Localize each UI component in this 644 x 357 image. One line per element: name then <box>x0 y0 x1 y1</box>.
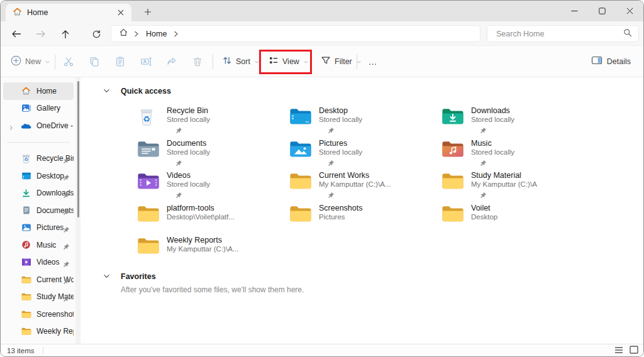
refresh-button[interactable] <box>86 26 106 42</box>
quick-access-header[interactable]: Quick access <box>103 85 171 97</box>
quick-access-item-videos[interactable]: VideosStored locally <box>137 171 283 201</box>
pin-icon <box>63 294 70 305</box>
sidebar-item-study-materi[interactable]: Study Materi <box>3 288 74 306</box>
item-location: My Kamputtar (C:)\A... <box>319 180 391 189</box>
filter-button[interactable]: Filter <box>317 51 365 72</box>
delete-button[interactable] <box>186 51 209 72</box>
folder-icon <box>289 204 312 224</box>
chevron-down-icon[interactable] <box>103 85 110 97</box>
pin-icon <box>63 190 70 201</box>
sort-button[interactable]: Sort <box>218 51 264 72</box>
close-button[interactable] <box>616 1 643 21</box>
copy-button[interactable] <box>83 51 106 72</box>
new-plus-icon <box>11 55 21 69</box>
pin-icon <box>63 155 70 167</box>
recycle-bin-icon: ♻ <box>137 107 160 127</box>
forward-button[interactable] <box>31 26 51 42</box>
quick-access-item-weekly-reports[interactable]: Weekly ReportsMy Kamputtar (C:)\A... <box>137 236 283 266</box>
sidebar-item-pictures[interactable]: Pictures <box>3 219 74 237</box>
large-icons-view-toggle-icon[interactable] <box>630 345 638 356</box>
chevron-right-icon[interactable] <box>8 122 14 133</box>
quick-access-item-desktop[interactable]: DesktopStored locally <box>289 106 435 136</box>
pin-icon <box>175 125 210 132</box>
list-view-toggle-icon[interactable] <box>614 345 623 356</box>
sidebar-item-downloads[interactable]: Downloads <box>3 185 74 202</box>
search-input[interactable] <box>495 29 623 39</box>
paste-button[interactable] <box>109 51 131 72</box>
folder-icon <box>441 204 464 224</box>
item-location: Stored locally <box>167 148 210 157</box>
sidebar-item-current-worl[interactable]: Current Worl <box>3 271 74 288</box>
breadcrumb-home[interactable]: Home <box>145 30 168 38</box>
new-tab-button[interactable] <box>140 5 155 19</box>
sidebar-scrollbar[interactable] <box>75 77 80 345</box>
quick-access-item-screenshots[interactable]: ScreenshotsPictures <box>289 204 435 234</box>
item-location: My Kamputtar (C:)\A... <box>167 245 238 253</box>
item-name: Documents <box>167 139 210 148</box>
new-button[interactable]: New <box>7 51 54 72</box>
quick-access-item-voilet[interactable]: VoiletDesktop <box>441 204 587 234</box>
pin-icon <box>328 158 362 165</box>
documents-icon <box>137 140 160 160</box>
item-location: Stored locally <box>167 116 210 124</box>
sidebar-item-weekly-reports[interactable]: Weekly Reports <box>3 323 74 341</box>
quick-access-item-text: DocumentsStored locally <box>167 139 210 169</box>
sidebar-item-documents[interactable]: Documents <box>3 202 74 219</box>
tab-home[interactable]: Home <box>6 4 131 21</box>
quick-access-item-documents[interactable]: DocumentsStored locally <box>137 139 283 169</box>
folder-icon <box>21 326 31 337</box>
sort-button-label: Sort <box>236 57 250 66</box>
quick-access-item-platform-tools[interactable]: platform-toolsDesktop\Voilet\platf... <box>137 204 283 234</box>
pin-icon <box>63 259 70 270</box>
maximize-button[interactable] <box>588 1 616 21</box>
quick-access-item-downloads[interactable]: DownloadsStored locally <box>441 106 587 136</box>
quick-access-item-pictures[interactable]: PicturesStored locally <box>289 139 435 169</box>
rename-button[interactable] <box>135 51 157 72</box>
toolbar-separator <box>357 54 357 69</box>
share-button[interactable] <box>160 51 183 72</box>
quick-access-item-music[interactable]: MusicStored locally <box>441 139 587 169</box>
breadcrumb-chevron-icon[interactable] <box>174 28 179 40</box>
up-button[interactable] <box>55 26 75 42</box>
item-location: Stored locally <box>471 148 514 157</box>
item-count: 13 items <box>7 347 34 354</box>
sidebar-item-home[interactable]: Home <box>3 82 74 100</box>
sidebar-item-onedrive-pers[interactable]: OneDrive - Pers <box>3 117 74 135</box>
breadcrumb-home-icon[interactable] <box>119 28 128 40</box>
music-icon <box>21 239 31 250</box>
pin-icon <box>175 158 210 165</box>
favorites-empty-text: After you've favorited some files, we'll… <box>121 285 304 294</box>
chevron-down-icon <box>254 56 260 67</box>
sidebar-item-label: Gallery <box>36 104 74 113</box>
toolbar-separator <box>213 54 213 69</box>
minimize-button[interactable] <box>560 1 588 21</box>
toolbar-separator <box>55 54 55 69</box>
favorites-header[interactable]: Favorites <box>103 271 156 282</box>
sidebar: HomeGalleryOneDrive - Pers♻Recycle BinDe… <box>1 77 75 345</box>
quick-access-item-text: ScreenshotsPictures <box>319 204 362 234</box>
tab-close-icon[interactable] <box>115 7 126 18</box>
item-location: Desktop <box>471 213 497 221</box>
pin-icon <box>480 190 537 197</box>
view-button[interactable]: View <box>265 51 313 72</box>
sidebar-item-screenshots[interactable]: Screenshots <box>3 305 74 323</box>
quick-access-item-current-works[interactable]: Current WorksMy Kamputtar (C:)\A... <box>289 171 435 201</box>
chevron-down-icon[interactable] <box>103 271 110 282</box>
cut-button[interactable] <box>57 51 80 72</box>
details-pane-button[interactable]: Details <box>587 51 635 72</box>
sidebar-item-recycle-bin[interactable]: ♻Recycle Bin <box>3 150 74 168</box>
recycle-bin-icon: ♻ <box>21 153 31 164</box>
sidebar-scrollbar-thumb[interactable] <box>77 81 79 217</box>
sidebar-item-desktop[interactable]: Desktop <box>3 167 74 185</box>
sidebar-item-label: Weekly Reports <box>36 327 74 336</box>
quick-access-item-recycle-bin[interactable]: ♻Recycle BinStored locally <box>137 106 283 136</box>
address-bar[interactable]: Home <box>111 25 480 42</box>
sidebar-item-gallery[interactable]: Gallery <box>3 100 74 118</box>
quick-access-item-study-material[interactable]: Study MaterialMy Kamputtar (C:)\A <box>441 171 587 201</box>
back-button[interactable] <box>6 26 26 42</box>
sidebar-item-videos[interactable]: Videos <box>3 254 74 272</box>
search-icon[interactable] <box>623 28 632 40</box>
more-options-button[interactable]: … <box>362 51 384 72</box>
sidebar-item-music[interactable]: Music <box>3 236 74 254</box>
sidebar-item-label: Screenshots <box>36 310 74 319</box>
